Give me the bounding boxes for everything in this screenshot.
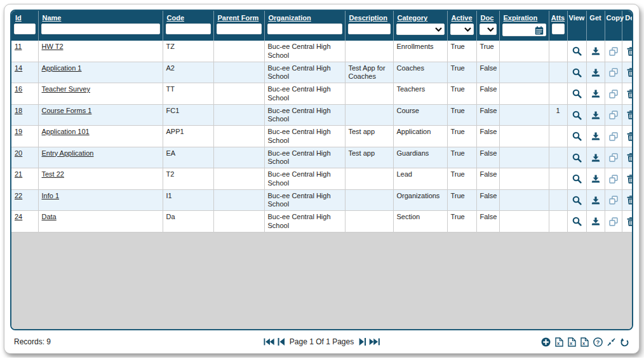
last-page-icon[interactable] (369, 338, 380, 346)
cell-active: True (447, 126, 476, 147)
records-count: Records: 9 (14, 337, 51, 346)
delete-button[interactable] (622, 211, 633, 233)
delete-button[interactable] (622, 126, 633, 147)
copy-button[interactable] (605, 104, 622, 126)
name-link[interactable]: Application 1 (42, 64, 82, 72)
description-filter-input[interactable] (348, 24, 391, 34)
get-button[interactable] (586, 83, 605, 105)
atts-filter-input[interactable] (552, 24, 565, 34)
copy-button[interactable] (605, 83, 622, 105)
delete-button[interactable] (622, 41, 633, 62)
id-link[interactable]: 16 (15, 85, 22, 93)
column-header-category[interactable]: Category (393, 11, 447, 22)
copy-button[interactable] (605, 189, 622, 211)
id-link[interactable]: 20 (15, 149, 22, 157)
column-header-expiration[interactable]: Expiration (499, 11, 549, 22)
copy-button[interactable] (605, 62, 622, 83)
get-button[interactable] (586, 126, 605, 147)
column-header-organization[interactable]: Organization (264, 11, 345, 22)
cell-category: Enrollments (393, 41, 447, 62)
export-excel-icon[interactable]: x (568, 337, 576, 347)
get-button[interactable] (586, 189, 605, 211)
next-page-icon[interactable] (359, 338, 366, 346)
footer-toolbar: x x x ? (541, 337, 629, 347)
help-icon[interactable]: ? (593, 337, 603, 347)
id-filter-input[interactable] (14, 24, 36, 34)
export-excel-icon[interactable]: x (580, 337, 589, 347)
column-header-active[interactable]: Active (447, 11, 476, 22)
copy-button[interactable] (605, 126, 622, 147)
get-button[interactable] (586, 147, 605, 168)
cell-expiration (499, 41, 549, 62)
collapse-icon[interactable] (607, 338, 615, 346)
get-button[interactable] (586, 41, 605, 62)
column-header-doc[interactable]: Doc (476, 11, 499, 22)
name-link[interactable]: Application 101 (42, 128, 90, 135)
cell-active: True (447, 147, 476, 168)
view-button[interactable] (567, 211, 586, 233)
column-header-code[interactable]: Code (163, 11, 213, 22)
name-link[interactable]: Teacher Survey (42, 85, 90, 93)
active-filter-select[interactable] (450, 24, 474, 35)
delete-button[interactable] (622, 189, 633, 211)
calendar-icon[interactable] (535, 26, 544, 35)
name-link[interactable]: Info 1 (42, 192, 60, 199)
name-link[interactable]: Entry Application (42, 149, 94, 157)
code-filter-input[interactable] (166, 24, 211, 34)
export-excel-icon[interactable]: x (555, 337, 563, 347)
category-filter-select[interactable] (396, 24, 445, 35)
delete-button[interactable] (622, 168, 633, 190)
delete-button[interactable] (622, 62, 633, 83)
column-header-atts[interactable]: Atts (549, 11, 567, 22)
copy-button[interactable] (605, 41, 622, 62)
column-header-parent-form[interactable]: Parent Form (213, 11, 264, 22)
name-link[interactable]: HW T2 (42, 43, 64, 50)
get-button[interactable] (586, 211, 605, 233)
doc-filter-select[interactable] (480, 24, 497, 35)
first-page-icon[interactable] (264, 338, 274, 346)
view-button[interactable] (567, 62, 586, 83)
name-filter-input[interactable] (41, 24, 160, 34)
name-link[interactable]: Data (42, 213, 57, 220)
delete-button[interactable] (622, 147, 633, 168)
name-link[interactable]: Course Forms 1 (42, 107, 92, 114)
view-button[interactable] (567, 104, 586, 126)
copy-button[interactable] (605, 211, 622, 233)
view-button[interactable] (567, 41, 586, 62)
column-header-id[interactable]: Id (11, 11, 38, 22)
cell-expiration (499, 168, 549, 190)
delete-button[interactable] (622, 104, 633, 126)
view-button[interactable] (567, 189, 586, 211)
download-icon (590, 132, 601, 140)
expiration-filter-input[interactable] (502, 24, 546, 36)
id-link[interactable]: 11 (15, 43, 22, 50)
add-icon[interactable] (541, 337, 551, 347)
id-link[interactable]: 22 (15, 192, 22, 199)
copy-button[interactable] (605, 168, 622, 190)
column-header-name[interactable]: Name (38, 11, 163, 22)
get-button[interactable] (586, 104, 605, 126)
view-button[interactable] (567, 126, 586, 147)
copy-button[interactable] (605, 147, 622, 168)
cell-code: TT (163, 83, 213, 105)
organization-filter-input[interactable] (267, 24, 342, 34)
parent-form-filter-input[interactable] (217, 24, 262, 34)
id-link[interactable]: 24 (15, 213, 22, 220)
cell-code: I1 (163, 189, 213, 211)
view-button[interactable] (567, 147, 586, 168)
reset-icon[interactable] (620, 337, 629, 347)
view-button[interactable] (567, 83, 586, 105)
id-link[interactable]: 18 (15, 107, 22, 114)
cell-atts (549, 41, 567, 62)
previous-page-icon[interactable] (278, 338, 285, 346)
id-link[interactable]: 19 (15, 128, 22, 135)
id-link[interactable]: 14 (15, 64, 22, 72)
get-button[interactable] (586, 62, 605, 83)
column-header-description[interactable]: Description (345, 11, 393, 22)
delete-button[interactable] (622, 83, 633, 105)
cell-description: Test app (345, 126, 393, 147)
id-link[interactable]: 21 (15, 170, 22, 178)
name-link[interactable]: Test 22 (42, 170, 64, 178)
get-button[interactable] (586, 168, 605, 190)
view-button[interactable] (567, 168, 586, 190)
